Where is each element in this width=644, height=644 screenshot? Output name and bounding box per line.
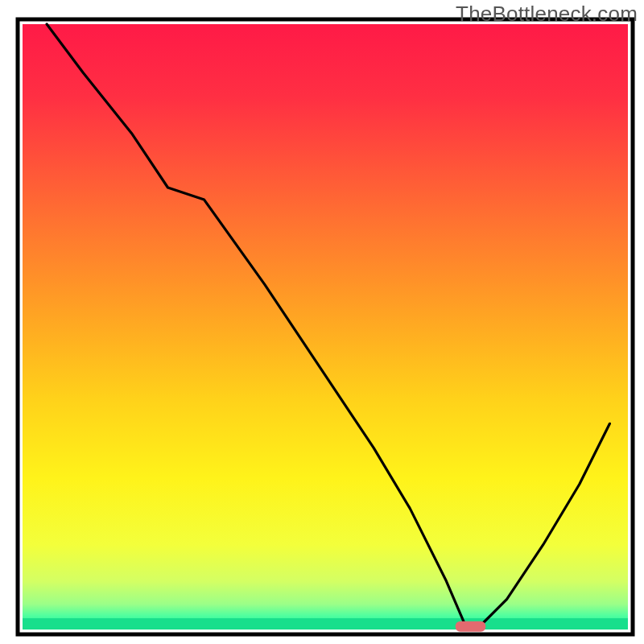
plot-background	[23, 24, 628, 630]
watermark-text: TheBottleneck.com	[456, 2, 638, 27]
bottom-green-band	[23, 618, 628, 630]
chart-stage: TheBottleneck.com	[0, 0, 644, 644]
valley-marker	[456, 621, 486, 632]
bottleneck-chart	[0, 0, 644, 644]
